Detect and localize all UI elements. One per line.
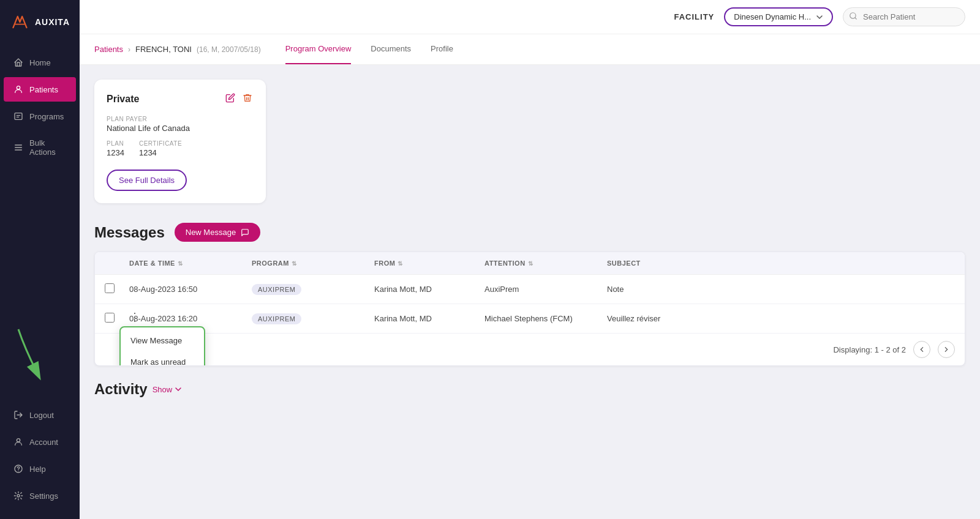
col-attention: ATTENTION ⇅	[484, 260, 607, 267]
delete-card-button[interactable]	[241, 92, 254, 106]
table-row[interactable]: 08-Aug-2023 16:20 AUXIPREM Karina Mott, …	[95, 304, 965, 334]
svg-point-0	[17, 86, 20, 89]
sidebar-item-bulk-actions-label: Bulk Actions	[29, 138, 66, 157]
sidebar-item-account-label: Account	[29, 438, 58, 447]
sidebar-item-patients-label: Patients	[29, 85, 58, 94]
attention-sort-icon[interactable]: ⇅	[528, 260, 533, 267]
tab-profile[interactable]: Profile	[431, 34, 453, 64]
row2-from: Karina Mott, MD	[374, 314, 484, 323]
plan-payer-value: National Life of Canada	[107, 124, 254, 133]
sidebar-item-patients[interactable]: Patients	[4, 77, 76, 102]
svg-point-3	[17, 439, 20, 442]
row2-subject: Veuillez réviser ⋮ View Message Mark as …	[607, 314, 955, 323]
row2-checkbox[interactable]	[105, 313, 115, 323]
row1-checkbox-cell	[105, 283, 129, 295]
col-subject: SUBJECT	[607, 260, 955, 267]
messages-title: Messages	[94, 224, 165, 241]
sidebar-item-logout[interactable]: Logout	[4, 403, 76, 427]
facility-selector[interactable]: Dinesen Dynamic H...	[724, 7, 833, 26]
row1-program: AUXIPREM	[252, 284, 374, 295]
new-message-button[interactable]: New Message	[175, 223, 260, 242]
facility-name: Dinesen Dynamic H...	[734, 12, 811, 21]
from-sort-icon[interactable]: ⇅	[398, 260, 403, 267]
context-view-message[interactable]: View Message	[121, 330, 204, 351]
sidebar-item-home-label: Home	[29, 58, 51, 67]
col-attention-label: ATTENTION	[484, 260, 526, 267]
sidebar-item-settings[interactable]: Settings	[4, 484, 76, 508]
activity-show-button[interactable]: Show	[153, 385, 183, 394]
certificate-label: CERTIFICATE	[139, 140, 182, 147]
edit-icon	[225, 93, 235, 103]
new-message-label: New Message	[186, 228, 236, 237]
sidebar-item-logout-label: Logout	[29, 411, 54, 420]
col-from: FROM ⇅	[374, 260, 484, 267]
breadcrumb-patient-name: FRENCH, TONI	[135, 45, 192, 54]
card-actions	[224, 92, 254, 106]
row1-checkbox[interactable]	[105, 283, 115, 293]
col-from-label: FROM	[374, 260, 395, 267]
home-icon	[13, 58, 23, 67]
card-title: Private	[107, 94, 139, 105]
settings-icon	[13, 491, 23, 501]
arrow-annotation	[6, 323, 55, 384]
displaying-text: Displaying: 1 - 2 of 2	[833, 345, 906, 354]
row1-from: Karina Mott, MD	[374, 285, 484, 294]
chevron-right-icon	[943, 346, 949, 353]
help-icon	[13, 464, 23, 474]
topbar: FACILITY Dinesen Dynamic H...	[80, 0, 980, 34]
col-checkbox	[105, 260, 129, 267]
messages-table: DATE & TIME ⇅ PROGRAM ⇅ FROM ⇅ ATTENTION…	[94, 252, 965, 366]
tab-program-overview[interactable]: Program Overview	[285, 34, 352, 64]
see-full-details-button[interactable]: See Full Details	[107, 170, 187, 191]
sidebar-item-help-label: Help	[29, 465, 46, 474]
sidebar-bottom: Logout Account Help Settings	[0, 397, 80, 519]
sidebar-item-help[interactable]: Help	[4, 457, 76, 481]
sidebar-item-bulk-actions[interactable]: Bulk Actions	[4, 131, 76, 164]
activity-title: Activity	[94, 381, 148, 398]
breadcrumb-patients[interactable]: Patients	[94, 35, 123, 64]
col-datetime: DATE & TIME ⇅	[129, 260, 252, 267]
row2-program: AUXIPREM	[252, 313, 374, 324]
breadcrumb-separator: ›	[128, 45, 130, 54]
facility-label: FACILITY	[674, 12, 715, 21]
messages-header: Messages New Message	[94, 223, 965, 242]
search-wrapper	[843, 7, 965, 26]
table-row[interactable]: 08-Aug-2023 16:50 AUXIPREM Karina Mott, …	[95, 275, 965, 304]
trash-icon	[243, 93, 252, 103]
col-subject-label: SUBJECT	[607, 260, 641, 267]
search-input[interactable]	[843, 7, 965, 26]
logo-text: AUXITA	[35, 17, 70, 27]
logout-icon	[13, 410, 23, 420]
sidebar-item-programs-label: Programs	[29, 112, 64, 121]
edit-card-button[interactable]	[224, 92, 236, 106]
tab-documents[interactable]: Documents	[371, 34, 411, 64]
table-footer: Displaying: 1 - 2 of 2	[95, 334, 965, 365]
programs-icon	[13, 111, 23, 121]
col-program: PROGRAM ⇅	[252, 260, 374, 267]
context-menu-wrapper: ⋮ View Message Mark as unread	[126, 309, 144, 325]
chevron-down-small-icon	[175, 386, 182, 393]
row1-attention: AuxiPrem	[484, 285, 607, 294]
sidebar-item-account[interactable]: Account	[4, 430, 76, 454]
account-icon	[13, 437, 23, 447]
prev-page-button[interactable]	[913, 341, 930, 358]
row2-attention: Michael Stephens (FCM)	[484, 314, 607, 323]
svg-rect-1	[15, 113, 22, 120]
message-icon	[241, 228, 249, 237]
plan-label: PLAN	[107, 140, 124, 147]
row1-subject: Note	[607, 285, 955, 294]
datetime-sort-icon[interactable]: ⇅	[178, 260, 183, 267]
program-sort-icon[interactable]: ⇅	[292, 260, 297, 267]
search-icon	[849, 12, 858, 23]
col-datetime-label: DATE & TIME	[129, 260, 175, 267]
chevron-down-icon	[816, 13, 823, 21]
row1-datetime: 08-Aug-2023 16:50	[129, 285, 252, 294]
sidebar-item-programs[interactable]: Programs	[4, 104, 76, 129]
more-options-button[interactable]: ⋮	[126, 309, 144, 325]
next-page-button[interactable]	[938, 341, 955, 358]
context-mark-unread[interactable]: Mark as unread	[121, 351, 204, 366]
card-plan-cert-row: PLAN 1234 CERTIFICATE 1234	[107, 140, 254, 165]
sidebar-item-home[interactable]: Home	[4, 50, 76, 75]
plan-value: 1234	[107, 148, 124, 157]
row1-program-badge: AUXIPREM	[252, 284, 301, 295]
